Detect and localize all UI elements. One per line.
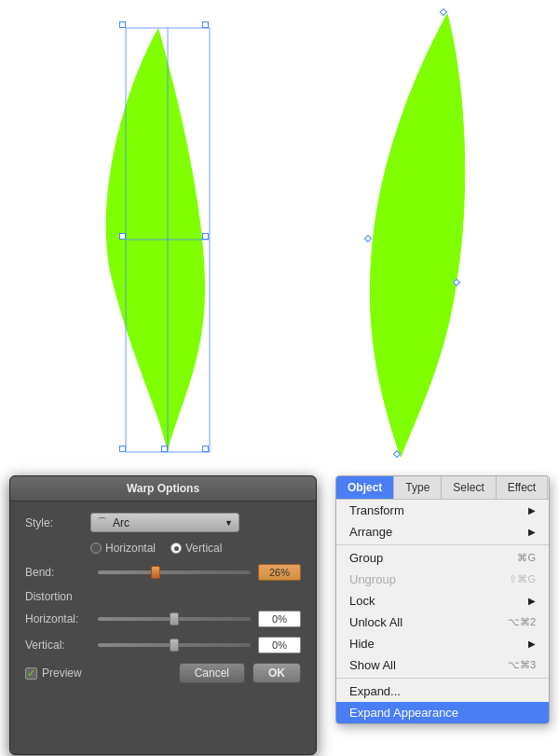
warp-dialog-title: Warp Options	[10, 476, 316, 502]
vert-distort-slider[interactable]	[98, 643, 251, 647]
menu-item-lock[interactable]: Lock ▶	[336, 590, 549, 612]
menu-item-expand-label: Expand...	[349, 684, 401, 698]
menu-item-unlock-all[interactable]: Unlock All ⌥⌘2	[336, 612, 549, 633]
show-all-shortcut: ⌥⌘3	[508, 659, 536, 671]
handle-tl[interactable]	[119, 21, 126, 28]
style-value: Arc	[113, 516, 130, 529]
menu-item-group[interactable]: Group ⌘G	[336, 547, 549, 569]
group-shortcut: ⌘G	[517, 552, 536, 564]
menu-item-ungroup[interactable]: Ungroup ⇧⌘G	[336, 569, 549, 590]
arc-icon: ⌒	[97, 515, 107, 529]
menu-item-transform[interactable]: Transform ▶	[336, 500, 549, 521]
bend-row: Bend: 26%	[25, 564, 301, 581]
bend-value: 26%	[269, 567, 290, 578]
preview-checkbox-item[interactable]: ✓ Preview	[25, 667, 82, 680]
menu-item-arrange[interactable]: Arrange ▶	[336, 521, 549, 543]
warp-title-text: Warp Options	[127, 482, 199, 495]
vertical-label: Vertical	[185, 542, 222, 555]
menu-item-ungroup-label: Ungroup	[349, 572, 396, 586]
style-row: Style: ⌒ Arc ▼	[25, 513, 301, 532]
horiz-distort-value: 0%	[272, 613, 287, 625]
vertical-radio[interactable]: Vertical	[170, 542, 222, 555]
handle-br[interactable]	[202, 446, 209, 452]
menu-item-hide[interactable]: Hide ▶	[336, 633, 549, 654]
right-shape-group	[335, 9, 522, 469]
separator-2	[336, 678, 549, 679]
submenu-arrow-icon-3: ▶	[528, 596, 536, 606]
horiz-distort-slider[interactable]	[98, 617, 251, 621]
menu-item-show-all[interactable]: Show All ⌥⌘3	[336, 654, 549, 676]
vert-distort-value-box[interactable]: 0%	[258, 637, 301, 653]
handle-tr[interactable]	[202, 21, 209, 28]
ungroup-shortcut: ⇧⌘G	[509, 573, 536, 585]
handle-bm[interactable]	[161, 446, 168, 452]
preview-button-row: ✓ Preview Cancel OK	[25, 663, 301, 683]
bend-label: Bend:	[25, 566, 90, 579]
object-menu: Object Type Select Effect Transform ▶ Ar…	[335, 475, 550, 724]
tab-type[interactable]: Type	[394, 476, 442, 499]
handle-mr[interactable]	[202, 233, 209, 240]
horiz-distort-label: Horizontal:	[25, 612, 90, 625]
submenu-arrow-icon-2: ▶	[528, 527, 536, 537]
vert-distort-row: Vertical: 0%	[25, 637, 301, 653]
menu-item-lock-label: Lock	[349, 594, 375, 608]
handle-ml[interactable]	[119, 233, 126, 240]
horiz-distort-row: Horizontal: 0%	[25, 611, 301, 627]
style-label: Style:	[25, 516, 90, 529]
submenu-arrow-icon: ▶	[528, 505, 536, 515]
bend-thumb[interactable]	[151, 566, 160, 579]
separator-1	[336, 544, 549, 545]
menu-item-arrange-label: Arrange	[349, 525, 392, 539]
bend-value-box[interactable]: 26%	[258, 564, 301, 581]
dropdown-arrow-icon: ▼	[225, 518, 233, 528]
menu-item-show-all-label: Show All	[349, 658, 396, 672]
horizontal-label: Horizontal	[105, 542, 156, 555]
menu-item-hide-label: Hide	[349, 637, 375, 651]
tab-object[interactable]: Object	[336, 476, 394, 499]
tab-effect[interactable]: Effect	[497, 476, 548, 499]
canvas-area	[0, 0, 559, 475]
cancel-button[interactable]: Cancel	[179, 663, 245, 683]
submenu-arrow-icon-4: ▶	[528, 639, 536, 649]
bend-slider[interactable]	[98, 570, 251, 574]
orientation-group: Horizontal Vertical	[90, 542, 301, 555]
preview-label: Preview	[42, 667, 82, 680]
warp-dialog-buttons: Cancel OK	[179, 663, 301, 683]
unlock-all-shortcut: ⌥⌘2	[508, 616, 536, 628]
warp-options-dialog: Warp Options Style: ⌒ Arc ▼ Horizontal V…	[9, 475, 317, 755]
style-dropdown[interactable]: ⌒ Arc ▼	[90, 513, 239, 532]
menu-item-unlock-all-label: Unlock All	[349, 615, 402, 629]
menu-header: Object Type Select Effect	[336, 476, 549, 500]
left-shape-group	[84, 19, 252, 469]
checkmark-icon: ✓	[27, 668, 35, 679]
menu-item-expand-appearance[interactable]: Expand Appearance	[336, 702, 549, 723]
distortion-label: Distortion	[25, 590, 301, 603]
menu-item-transform-label: Transform	[349, 503, 404, 517]
ok-button[interactable]: OK	[252, 663, 301, 683]
menu-item-expand-appearance-label: Expand Appearance	[349, 706, 458, 720]
horiz-distort-thumb[interactable]	[170, 612, 179, 625]
handle-bl[interactable]	[119, 446, 126, 452]
vert-distort-value: 0%	[272, 639, 287, 651]
tab-select[interactable]: Select	[442, 476, 496, 499]
vert-distort-label: Vertical:	[25, 639, 90, 652]
menu-item-group-label: Group	[349, 551, 383, 565]
vert-distort-thumb[interactable]	[170, 639, 179, 652]
horizontal-radio-circle	[90, 543, 102, 554]
left-shape-svg	[84, 19, 252, 466]
vertical-radio-circle	[170, 543, 182, 554]
menu-item-expand[interactable]: Expand...	[336, 680, 549, 702]
horizontal-radio[interactable]: Horizontal	[90, 542, 156, 555]
preview-checkbox[interactable]: ✓	[25, 667, 37, 680]
horiz-distort-value-box[interactable]: 0%	[258, 611, 301, 627]
